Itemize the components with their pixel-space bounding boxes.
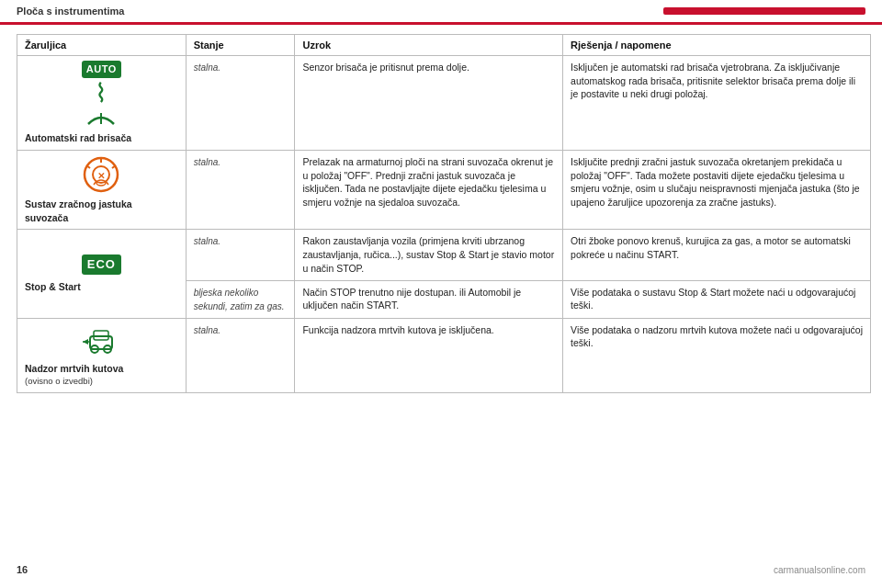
table-row: Nadzor mrtvih kutova (ovisno o izvedbi) … — [17, 318, 871, 392]
stanje-cell-0: stalna. — [186, 56, 295, 151]
state-text-0-0: stalna. — [194, 62, 220, 73]
row-label-airbag: Sustav zračnog jastuka suvozača — [25, 198, 178, 224]
table-row: ✕ Sustav zračnog jastuka suvozača stalna… — [17, 151, 871, 230]
page-header: Ploča s instrumentima — [0, 0, 882, 25]
svg-text:✕: ✕ — [97, 171, 105, 181]
stanje-cell-1: stalna. — [186, 151, 295, 230]
icon-wrap-blind — [25, 323, 178, 358]
zaruljica-cell-airbag: ✕ Sustav zračnog jastuka suvozača — [17, 151, 187, 230]
auto-label-icon: AUTO — [82, 61, 121, 78]
row-sublabel-blind: (ovisno o izvedbi) — [25, 375, 178, 387]
rjesenja-cell-2-1: Više podataka o sustavu Stop & Start mož… — [563, 280, 871, 318]
rjesenja-cell-1: Isključite prednji zračni jastuk suvozač… — [563, 151, 871, 230]
row-label-auto-wiper: Automatski rad brisača — [25, 131, 178, 145]
stanje-cell-2-1: bljeska nekoliko sekundi, zatim za gas. — [186, 280, 295, 318]
col-header-zaruljica: Žaruljica — [17, 35, 187, 56]
warning-lights-table: Žaruljica Stanje Uzrok Rješenja / napome… — [17, 34, 871, 393]
col-header-rjesenja: Rješenja / napomene — [563, 35, 871, 56]
col-header-uzrok: Uzrok — [295, 35, 563, 56]
row-label-blind: Nadzor mrtvih kutova — [25, 362, 178, 376]
page-title: Ploča s instrumentima — [17, 6, 663, 17]
state-text-2-1: bljeska nekoliko sekundi, zatim za gas. — [194, 288, 285, 311]
rjesenja-cell-2-0: Otri žboke ponovo krenuš, kurujica za ga… — [563, 230, 871, 280]
wiper-icon: ⌇ — [95, 81, 107, 107]
uzrok-cell-2-0: Rakon zaustavljanja vozila (primjena krv… — [295, 230, 563, 280]
stanje-cell-2-0: stalna. — [186, 230, 295, 280]
eco-icon: ECO — [82, 254, 121, 275]
header-accent-bar — [663, 7, 865, 15]
rjesenja-cell-3: Više podataka o nadzoru mrtvih kutova mo… — [563, 318, 871, 392]
table-row: AUTO ⌇ Automatski rad brisača stalna. Se… — [17, 56, 871, 151]
state-text-1-0: stalna. — [194, 157, 220, 167]
stanje-cell-3: stalna. — [186, 318, 295, 392]
icon-wrap-airbag: ✕ — [25, 155, 178, 194]
table-row: ECO Stop & Start stalna. Rakon zaustavlj… — [17, 230, 871, 280]
watermark-text: carmanualsonline.com — [774, 565, 865, 575]
airbag-icon: ✕ — [82, 155, 120, 194]
zaruljica-cell-blind: Nadzor mrtvih kutova (ovisno o izvedbi) — [17, 318, 187, 392]
page-number: 16 — [17, 564, 28, 575]
col-header-stanje: Stanje — [186, 35, 295, 56]
state-text-3-0: stalna. — [194, 325, 220, 335]
uzrok-cell-3: Funkcija nadzora mrtvih kutova je isklju… — [295, 318, 563, 392]
blind-spot-icon — [81, 323, 121, 358]
uzrok-cell-1: Prelazak na armaturnoj ploči na strani s… — [295, 151, 563, 230]
rjesenja-cell-0: Isključen je automatski rad brisača vjet… — [563, 56, 871, 151]
uzrok-cell-0: Senzor brisača je pritisnut prema dolje. — [295, 56, 563, 151]
zaruljica-cell-eco: ECO Stop & Start — [17, 230, 187, 318]
wiper-svg-icon — [85, 109, 118, 128]
state-text-2-0: stalna. — [194, 236, 220, 246]
icon-wrap-eco: ECO — [25, 254, 178, 275]
zaruljica-cell-auto-wiper: AUTO ⌇ Automatski rad brisača — [17, 56, 187, 151]
row-label-eco: Stop & Start — [25, 280, 178, 294]
icon-wrap-auto-wiper: AUTO ⌇ — [25, 61, 178, 128]
uzrok-cell-2-1: Način STOP trenutno nije dostupan. ili A… — [295, 280, 563, 318]
